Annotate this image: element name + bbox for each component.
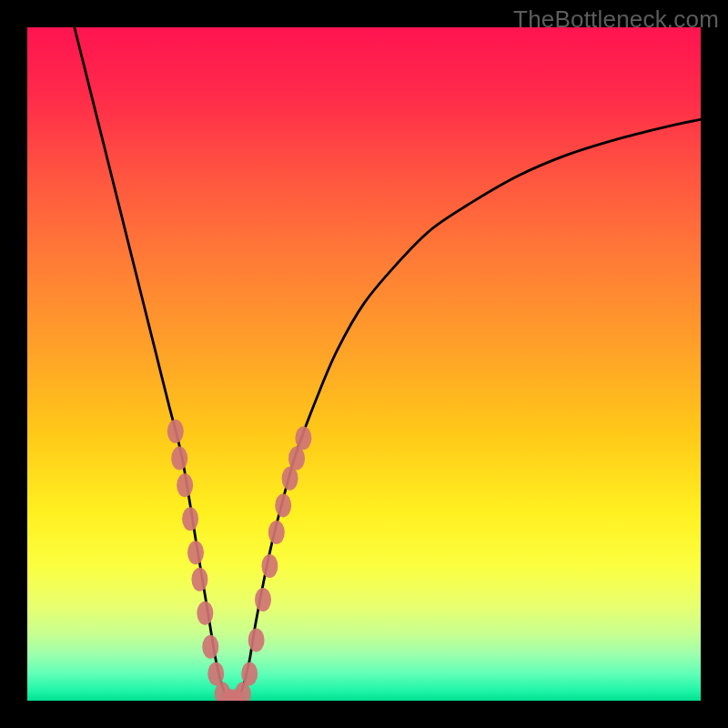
marker-point [295,426,311,450]
marker-point [167,420,184,443]
marker-point [187,541,204,564]
marker-point [275,493,291,517]
marker-point [255,588,271,612]
marker-point [197,602,213,625]
watermark-text: TheBottleneck.com [513,5,719,34]
chart-frame: TheBottleneck.com [0,0,728,728]
marker-point [191,568,207,592]
plot-area [27,27,701,701]
curve-layer [27,27,701,701]
marker-point [261,554,278,578]
marker-point [288,447,305,470]
marker-point [268,521,285,544]
bottleneck-curve [75,27,701,701]
marker-point [207,662,224,685]
marker-point [248,628,265,652]
marker-point [241,662,258,685]
marker-point [202,635,218,659]
marker-point [171,447,187,470]
marker-point [177,473,193,497]
marker-point [282,467,298,490]
highlight-markers [167,420,312,701]
marker-point [182,507,198,531]
